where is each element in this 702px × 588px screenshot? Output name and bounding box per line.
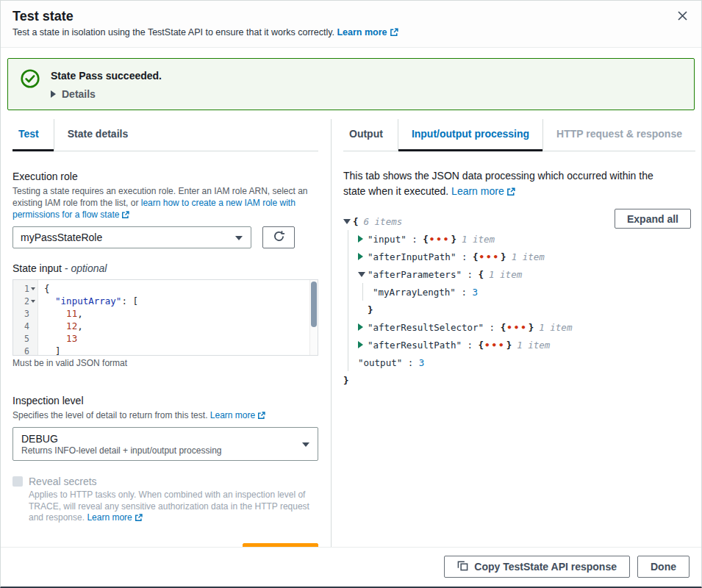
- learn-more-link[interactable]: Learn more: [337, 27, 387, 37]
- json-tree-viewer: {6 items"input" : {•••}1 item"afterInput…: [343, 212, 695, 389]
- right-tab-bar: Output Input/output processing HTTP requ…: [343, 119, 695, 151]
- dialog-header: Test state Test a state in isolation usi…: [1, 1, 701, 48]
- json-tree-row: }: [343, 371, 695, 389]
- close-icon[interactable]: [676, 9, 690, 25]
- execution-role-description: Testing a state requires an execution ro…: [12, 185, 318, 222]
- expander-arrow-icon: [51, 90, 56, 98]
- editor-code-line[interactable]: 12,: [44, 320, 312, 332]
- editor-code-line[interactable]: {: [44, 282, 312, 295]
- json-tree-row: "afterInputPath" : {•••}1 item: [358, 248, 695, 265]
- state-input-label: State input - optional: [12, 262, 318, 275]
- editor-line-number: 6: [13, 345, 37, 356]
- inspection-level-description: Specifies the level of detail to return …: [12, 409, 318, 423]
- editor-line-number: 5: [13, 332, 37, 345]
- collapse-toggle-icon[interactable]: [358, 272, 368, 277]
- execution-role-value: myPassStateRole: [21, 232, 230, 243]
- editor-line-number: 3: [13, 307, 37, 320]
- tab-test[interactable]: Test: [12, 119, 54, 151]
- tab-description: This tab shows the JSON data processing …: [343, 168, 672, 201]
- test-state-dialog: Test state Test a state in isolation usi…: [0, 0, 702, 588]
- tab-http-request-response: HTTP request & response: [542, 119, 695, 151]
- scrollbar-thumb[interactable]: [311, 282, 317, 327]
- banner-message: State Pass succeeded.: [51, 68, 162, 83]
- done-button[interactable]: Done: [637, 556, 690, 578]
- inspection-level-label: Inspection level: [12, 394, 318, 407]
- state-input-editor[interactable]: 123456 { "inputArray": [ 11, 12, 13 ]: [12, 279, 318, 356]
- copy-api-response-button[interactable]: Copy TestState API response: [444, 556, 630, 578]
- inspection-level-value-description: Returns INFO-level detail + input/output…: [21, 445, 297, 456]
- json-tree-row: "output" : 3: [358, 354, 695, 371]
- json-validation-hint: Must be in valid JSON format: [12, 357, 318, 369]
- expand-toggle-icon[interactable]: [358, 323, 368, 331]
- test-pane: Test State details Execution role Testin…: [1, 119, 331, 547]
- expand-toggle-icon[interactable]: [358, 253, 368, 260]
- editor-line-number: 2: [13, 295, 37, 307]
- editor-code-line[interactable]: 11,: [44, 307, 312, 320]
- external-link-icon: [390, 29, 398, 39]
- dialog-footer: Copy TestState API response Done: [1, 547, 701, 587]
- success-check-icon: [20, 68, 40, 92]
- json-tree-row: "afterParameters" : {1 item: [358, 265, 695, 283]
- code-fold-icon[interactable]: [31, 287, 35, 290]
- processing-learn-more-link[interactable]: Learn more: [451, 185, 504, 197]
- external-link-icon: [257, 412, 265, 422]
- json-tree-row: "afterResultPath" : {•••}1 item: [358, 336, 695, 354]
- external-link-icon: [135, 514, 143, 524]
- tab-state-details[interactable]: State details: [54, 119, 141, 151]
- editor-code-line[interactable]: "inputArray": [: [44, 295, 312, 307]
- code-fold-icon[interactable]: [31, 300, 35, 303]
- dialog-subtitle: Test a state in isolation using the Test…: [12, 27, 334, 37]
- inspection-level-value: DEBUG: [21, 432, 297, 445]
- collapse-toggle-icon[interactable]: [343, 219, 353, 224]
- json-tree-row: "myArrayLength" : 3: [373, 283, 695, 301]
- dialog-title: Test state: [12, 7, 74, 25]
- reveal-secrets-learn-more-link[interactable]: Learn more: [87, 512, 132, 523]
- reveal-secrets-description: Applies to HTTP tasks only. When combine…: [29, 490, 318, 526]
- editor-scrollbar[interactable]: [309, 280, 318, 355]
- json-tree-row: }: [368, 301, 695, 318]
- left-tab-bar: Test State details: [12, 119, 318, 151]
- editor-gutter: 123456: [13, 280, 38, 355]
- editor-line-number: 1: [13, 282, 37, 295]
- copy-icon: [457, 560, 468, 573]
- json-tree-row: "input" : {•••}1 item: [358, 230, 695, 248]
- editor-line-number: 4: [13, 320, 37, 332]
- refresh-roles-button[interactable]: [262, 226, 295, 248]
- tab-output[interactable]: Output: [343, 119, 398, 151]
- execution-role-label: Execution role: [12, 170, 318, 183]
- external-link-icon: [506, 187, 515, 198]
- results-pane: Output Input/output processing HTTP requ…: [332, 119, 701, 547]
- refresh-icon: [273, 230, 285, 245]
- success-banner: State Pass succeeded. Details: [7, 58, 695, 110]
- tab-input-output-processing[interactable]: Input/output processing: [398, 119, 542, 151]
- reveal-secrets-checkbox: [12, 476, 23, 487]
- details-expander[interactable]: Details: [51, 88, 162, 100]
- expand-all-button[interactable]: Expand all: [615, 209, 691, 229]
- external-link-icon: [121, 211, 129, 221]
- editor-code[interactable]: { "inputArray": [ 11, 12, 13 ]: [38, 280, 318, 355]
- chevron-down-icon: [302, 442, 309, 447]
- expand-toggle-icon[interactable]: [358, 341, 368, 348]
- reveal-secrets-label: Reveal secrets: [29, 476, 97, 487]
- inspection-learn-more-link[interactable]: Learn more: [210, 410, 255, 420]
- chevron-down-icon: [235, 236, 243, 240]
- execution-role-select[interactable]: myPassStateRole: [12, 226, 251, 248]
- state-name: Pass: [79, 70, 103, 82]
- json-tree-row: "afterResultSelector" : {•••}1 item: [358, 318, 695, 336]
- editor-code-line[interactable]: 13: [44, 332, 312, 345]
- inspection-level-select[interactable]: DEBUG Returns INFO-level detail + input/…: [12, 427, 318, 461]
- expand-toggle-icon[interactable]: [358, 235, 368, 243]
- editor-code-line[interactable]: ]: [44, 345, 312, 356]
